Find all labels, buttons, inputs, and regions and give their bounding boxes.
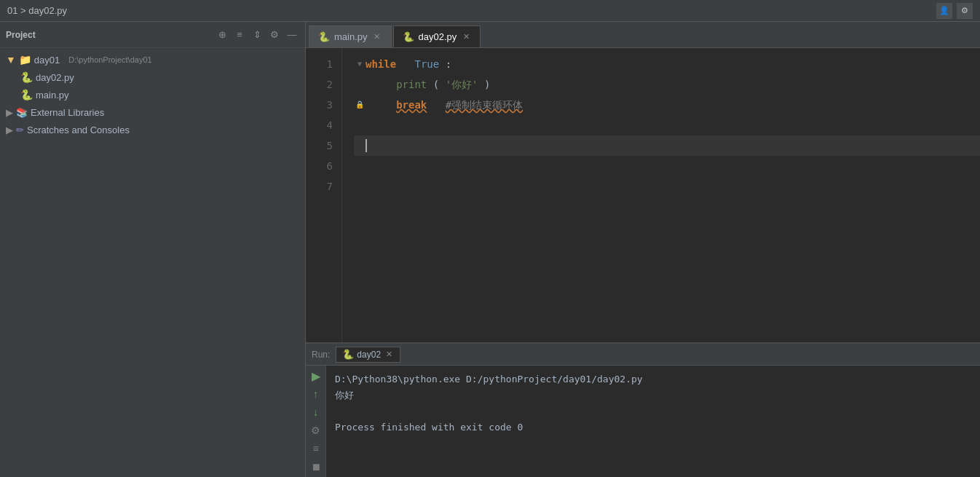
tab-day02py-label: day02.py [419, 31, 457, 42]
run-settings-button[interactable]: ⚙ [308, 422, 324, 438]
line-number-6: 6 [306, 156, 333, 176]
run-content: ▶ ↑ ↓ ⚙ ≡ ⏹ D:\Python38\python.exe D:/py… [306, 366, 980, 477]
string-nihao: '你好' [446, 79, 478, 90]
line-number-7: 7 [306, 176, 333, 197]
tree-item-scratches-label: Scratches and Consoles [27, 125, 130, 135]
tree-item-external-libs[interactable]: ▶ 📚 External Libraries [0, 103, 305, 121]
line-number-5: 5 [306, 135, 333, 156]
main-layout: Project ⊕ ≡ ⇕ ⚙ — ▼ 📁 day01 D:\pythonPro… [0, 22, 980, 477]
keyword-break: break [396, 99, 427, 111]
code-line-4 [354, 115, 980, 135]
text-cursor [365, 139, 367, 152]
tab-day02py[interactable]: 🐍 day02.py ✕ [393, 25, 481, 47]
code-line-3: 🔒 break #强制结束循环体 [354, 95, 980, 115]
content-area: 🐍 main.py ✕ 🐍 day02.py ✕ 1 2 3 4 5 6 7 [306, 22, 980, 477]
tab-mainpy[interactable]: 🐍 main.py ✕ [309, 25, 392, 47]
settings-button[interactable]: ⚙ [957, 3, 973, 19]
sidebar-tools: ⊕ ≡ ⇕ ⚙ — [215, 28, 299, 42]
tab-mainpy-close[interactable]: ✕ [372, 32, 382, 42]
line-numbers: 1 2 3 4 5 6 7 [306, 48, 342, 342]
sidebar: Project ⊕ ≡ ⇕ ⚙ — ▼ 📁 day01 D:\pythonPro… [0, 22, 306, 477]
tree-item-day02py[interactable]: 🐍 day02.py [0, 68, 305, 86]
run-tabs: Run: 🐍 day02 ✕ [306, 344, 980, 366]
account-button[interactable]: 👤 [936, 3, 952, 19]
scratch-arrow-icon: ▶ [6, 125, 13, 135]
run-stop-button[interactable]: ⏹ [308, 459, 324, 474]
keyword-print: print [396, 79, 427, 90]
python-tab-icon-day02: 🐍 [403, 31, 414, 42]
tree-item-external-libs-label: External Libraries [31, 107, 104, 118]
add-directory-button[interactable]: ⊕ [215, 28, 229, 42]
folder-icon: 📁 [19, 54, 31, 66]
sidebar-header: Project ⊕ ≡ ⇕ ⚙ — [0, 22, 305, 48]
tree-item-mainpy-label: main.py [36, 90, 69, 100]
output-line-blank [335, 403, 971, 419]
run-scroll-up-button[interactable]: ↑ [308, 387, 324, 402]
output-line-1: D:\Python38\python.exe D:/pythonProject/… [335, 371, 971, 387]
bottom-panel: Run: 🐍 day02 ✕ ▶ ↑ ↓ ⚙ ≡ ⏹ [306, 342, 980, 477]
sidebar-title: Project [6, 30, 36, 40]
fold-indicator-1[interactable]: ▼ [354, 54, 365, 74]
run-tab-day02-label: day02 [357, 350, 381, 360]
keyword-while: while [365, 58, 396, 70]
code-line-2: print ( '你好' ) [354, 74, 980, 95]
paren-close-1: ) [484, 79, 490, 90]
code-line-1: ▼ while True : [354, 54, 980, 74]
tree-item-day02py-label: day02.py [36, 72, 74, 83]
run-toolbar: ▶ ↑ ↓ ⚙ ≡ ⏹ [306, 366, 326, 477]
title-bar-breadcrumb: 01 > day02.py [7, 5, 67, 16]
layout-button[interactable]: ⇕ [250, 28, 264, 42]
code-line-1-content: while True : [365, 54, 451, 74]
tree-item-day01-path: D:\pythonProject\day01 [68, 55, 151, 64]
run-tab-python-icon: 🐍 [342, 349, 354, 360]
line-number-3: 3 [306, 95, 333, 115]
python-file-icon-day02: 🐍 [20, 71, 33, 83]
collapse-all-button[interactable]: ≡ [232, 28, 247, 42]
code-editor[interactable]: ▼ while True : print ( '你好 [342, 48, 980, 342]
python-file-icon-main: 🐍 [20, 89, 33, 100]
library-icon: 📚 [16, 107, 28, 118]
library-arrow-icon: ▶ [6, 107, 13, 118]
tree-item-scratches[interactable]: ▶ ✏ Scratches and Consoles [0, 121, 305, 138]
gear-button[interactable]: ⚙ [267, 28, 282, 42]
code-line-2-content: print ( '你好' ) [365, 74, 490, 95]
line-number-4: 4 [306, 115, 333, 135]
run-label: Run: [312, 350, 330, 360]
run-tab-day02[interactable]: 🐍 day02 ✕ [336, 347, 400, 363]
code-line-7 [354, 176, 980, 197]
minimize-button[interactable]: — [285, 28, 299, 42]
tree-item-day01-label: day01 [34, 55, 60, 66]
code-line-5 [354, 135, 980, 156]
tab-day02py-close[interactable]: ✕ [461, 32, 471, 42]
run-output: D:\Python38\python.exe D:/pythonProject/… [326, 366, 980, 477]
code-line-6 [354, 156, 980, 176]
fold-indicator-3[interactable]: 🔒 [354, 95, 365, 115]
tree-item-day01[interactable]: ▼ 📁 day01 D:\pythonProject\day01 [0, 51, 305, 68]
line-number-2: 2 [306, 74, 333, 95]
run-scroll-down-button[interactable]: ↓ [308, 405, 324, 420]
paren-open-1: ( [433, 79, 439, 90]
run-play-button[interactable]: ▶ [308, 368, 324, 384]
project-tree: ▼ 📁 day01 D:\pythonProject\day01 🐍 day02… [0, 48, 305, 477]
keyword-true: True [414, 58, 439, 70]
scratch-icon: ✏ [16, 125, 24, 135]
tab-mainpy-label: main.py [334, 31, 368, 42]
output-line-2: 你好 [335, 387, 971, 403]
title-bar-controls: 👤 ⚙ [936, 3, 973, 19]
comment-break: #强制结束循环体 [446, 99, 523, 111]
run-tab-day02-close[interactable]: ✕ [384, 350, 394, 360]
run-layout-button[interactable]: ≡ [308, 441, 324, 456]
editor-area[interactable]: 1 2 3 4 5 6 7 ▼ while True : [306, 48, 980, 342]
folder-arrow-icon: ▼ [6, 54, 16, 66]
output-line-4: Process finished with exit code 0 [335, 419, 971, 435]
title-bar: 01 > day02.py 👤 ⚙ [0, 0, 980, 22]
python-tab-icon-main: 🐍 [318, 31, 330, 42]
line-number-1: 1 [306, 54, 333, 74]
tree-item-mainpy[interactable]: 🐍 main.py [0, 86, 305, 103]
editor-tabs: 🐍 main.py ✕ 🐍 day02.py ✕ [306, 22, 980, 48]
code-line-3-content: break #强制结束循环体 [365, 95, 523, 115]
colon-1: : [446, 58, 451, 70]
